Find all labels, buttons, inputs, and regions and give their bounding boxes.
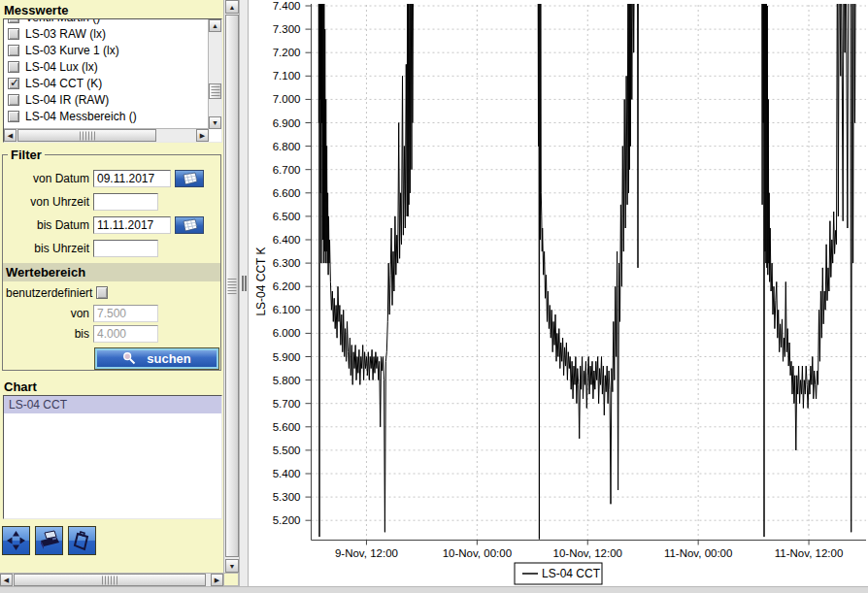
svg-text:7.000: 7.000 bbox=[273, 93, 301, 105]
sidebar-vscroll-thumb[interactable] bbox=[225, 15, 239, 557]
suchen-button[interactable]: suchen bbox=[94, 347, 219, 370]
scroll-left-icon[interactable]: ◀ bbox=[0, 574, 13, 586]
svg-text:6.300: 6.300 bbox=[273, 257, 301, 269]
messwerte-listbox[interactable]: Ventil Martin ()LS-03 RAW (lx)LS-03 Kurv… bbox=[3, 18, 222, 143]
print-icon bbox=[38, 529, 61, 552]
svg-text:7.300: 7.300 bbox=[273, 23, 301, 35]
scroll-right-icon[interactable]: ▶ bbox=[196, 129, 209, 142]
filter-row-label: von Datum bbox=[3, 172, 93, 185]
pan-button[interactable] bbox=[2, 526, 30, 555]
sidebar-hscrollbar[interactable]: ◀ ▶ bbox=[0, 573, 223, 586]
pan-icon bbox=[5, 529, 27, 552]
app-window: Messwerte Ventil Martin ()LS-03 RAW (lx)… bbox=[0, 0, 868, 593]
measure-item-label: LS-04 Lux (lx) bbox=[25, 60, 98, 74]
filter-row-label: von Uhrzeit bbox=[3, 195, 93, 209]
clipboard-icon bbox=[71, 529, 94, 552]
measure-item-label: Ventil Martin () bbox=[25, 19, 100, 24]
y-axis-title: LS-04 CCT K bbox=[254, 247, 268, 315]
magnifier-icon bbox=[122, 351, 137, 366]
wertebereich-von-label: von bbox=[3, 307, 93, 320]
svg-text:5.800: 5.800 bbox=[273, 375, 301, 386]
data-series-line bbox=[318, 0, 855, 540]
svg-text:5.300: 5.300 bbox=[273, 491, 301, 503]
measure-list-item[interactable]: LS-03 Kurve 1 (lx) bbox=[5, 42, 208, 58]
sidebar-vscrollbar[interactable]: ▲ ▼ bbox=[223, 0, 239, 573]
benutzerdefiniert-checkbox[interactable] bbox=[96, 286, 108, 299]
measure-list-item[interactable]: LS-04 IR (RAW) bbox=[5, 91, 208, 108]
scroll-up-icon[interactable]: ▲ bbox=[209, 19, 221, 32]
messwerte-vscrollbar[interactable]: ▲ ▼ bbox=[208, 19, 221, 129]
checked-checkbox-icon[interactable] bbox=[8, 78, 19, 89]
svg-text:7.400: 7.400 bbox=[273, 0, 301, 12]
measure-list-item[interactable]: LS-04 CCT (K) bbox=[5, 75, 208, 91]
filter-row-label: bis Datum bbox=[3, 218, 93, 232]
measure-list-item[interactable]: LS-04 Lux (lx) bbox=[5, 58, 208, 75]
svg-text:6.900: 6.900 bbox=[273, 117, 301, 129]
unchecked-checkbox-icon[interactable] bbox=[8, 28, 19, 40]
chart-legend: LS-04 CCT bbox=[515, 563, 602, 584]
measure-list-item[interactable]: LS-03 RAW (lx) bbox=[5, 25, 208, 42]
calendar-button[interactable] bbox=[175, 216, 204, 234]
messwerte-title: Messwerte bbox=[0, 0, 223, 17]
scroll-down-icon[interactable]: ▼ bbox=[225, 559, 239, 573]
svg-text:11-Nov, 12:00: 11-Nov, 12:00 bbox=[775, 547, 844, 559]
splitter-grip-icon[interactable] bbox=[242, 276, 247, 291]
calendar-button[interactable] bbox=[175, 170, 204, 187]
svg-text:9-Nov, 12:00: 9-Nov, 12:00 bbox=[335, 547, 398, 559]
filter-title: Filter bbox=[8, 148, 45, 162]
messwerte-hscrollbar[interactable]: ◀ ▶ bbox=[4, 128, 209, 142]
von-datum-input[interactable] bbox=[93, 170, 171, 187]
wertebereich-bis-label: bis bbox=[3, 327, 93, 341]
svg-text:5.500: 5.500 bbox=[273, 445, 301, 456]
svg-text:6.400: 6.400 bbox=[273, 234, 301, 246]
window-bottom-edge bbox=[0, 586, 868, 593]
svg-text:5.200: 5.200 bbox=[273, 514, 301, 526]
measure-item-label: LS-03 Kurve 1 (lx) bbox=[25, 44, 119, 57]
sidebar-hscroll-thumb[interactable] bbox=[14, 574, 206, 586]
unchecked-checkbox-icon[interactable] bbox=[8, 19, 19, 23]
calendar-icon bbox=[180, 172, 199, 185]
unchecked-checkbox-icon[interactable] bbox=[8, 61, 19, 73]
calendar-icon bbox=[180, 218, 199, 232]
svg-text:6.600: 6.600 bbox=[273, 187, 301, 199]
timeseries-chart[interactable]: 5.2005.3005.4005.5005.6005.7005.8005.900… bbox=[249, 0, 868, 586]
svg-text:5.900: 5.900 bbox=[273, 351, 301, 363]
measure-item-label: LS-04 Messbereich () bbox=[25, 110, 137, 123]
measure-item-label: LS-03 RAW (lx) bbox=[25, 27, 106, 41]
scroll-down-icon[interactable]: ▼ bbox=[209, 116, 221, 129]
von-uhrzeit-input[interactable] bbox=[93, 193, 158, 211]
svg-text:7.200: 7.200 bbox=[273, 47, 301, 58]
print-button[interactable] bbox=[35, 526, 63, 555]
wertebereich-bis-input[interactable] bbox=[93, 325, 158, 343]
panel-splitter[interactable] bbox=[239, 0, 249, 586]
svg-text:5.400: 5.400 bbox=[273, 468, 301, 479]
svg-text:11-Nov, 00:00: 11-Nov, 00:00 bbox=[664, 547, 733, 559]
messwerte-list[interactable]: Ventil Martin ()LS-03 RAW (lx)LS-03 Kurv… bbox=[5, 19, 208, 129]
svg-text:5.700: 5.700 bbox=[273, 398, 301, 410]
chart-list-item[interactable]: LS-04 CCT bbox=[4, 396, 221, 413]
scroll-left-icon[interactable]: ◀ bbox=[4, 129, 17, 142]
scrollbar-corner bbox=[223, 573, 239, 586]
benutzerdefiniert-label: benutzerdefiniert bbox=[6, 286, 92, 300]
messwerte-vscroll-thumb[interactable] bbox=[209, 83, 221, 99]
chart-panel: 5.2005.3005.4005.5005.6005.7005.8005.900… bbox=[249, 0, 868, 586]
svg-text:10-Nov, 12:00: 10-Nov, 12:00 bbox=[553, 547, 622, 559]
unchecked-checkbox-icon[interactable] bbox=[8, 111, 19, 122]
svg-text:6.000: 6.000 bbox=[273, 327, 301, 339]
chart-listbox[interactable]: LS-04 CCT bbox=[3, 395, 222, 519]
scroll-up-icon[interactable]: ▲ bbox=[225, 0, 239, 14]
scroll-right-icon[interactable]: ▶ bbox=[211, 574, 223, 586]
unchecked-checkbox-icon[interactable] bbox=[8, 94, 19, 106]
filter-fieldset: Filter von Datumvon Uhrzeitbis Datumbis … bbox=[2, 148, 221, 371]
measure-item-label: LS-04 CCT (K) bbox=[25, 77, 102, 90]
clipboard-button[interactable] bbox=[68, 526, 96, 555]
wertebereich-von-input[interactable] bbox=[93, 305, 158, 322]
messwerte-hscroll-thumb[interactable] bbox=[17, 129, 156, 142]
svg-text:10-Nov, 00:00: 10-Nov, 00:00 bbox=[443, 547, 512, 559]
bis-uhrzeit-input[interactable] bbox=[93, 240, 158, 257]
unchecked-checkbox-icon[interactable] bbox=[8, 45, 19, 56]
bis-datum-input[interactable] bbox=[93, 216, 171, 234]
measure-list-item[interactable]: LS-04 Messbereich () bbox=[5, 108, 208, 124]
svg-text:5.600: 5.600 bbox=[273, 421, 301, 433]
svg-text:6.800: 6.800 bbox=[273, 141, 301, 152]
